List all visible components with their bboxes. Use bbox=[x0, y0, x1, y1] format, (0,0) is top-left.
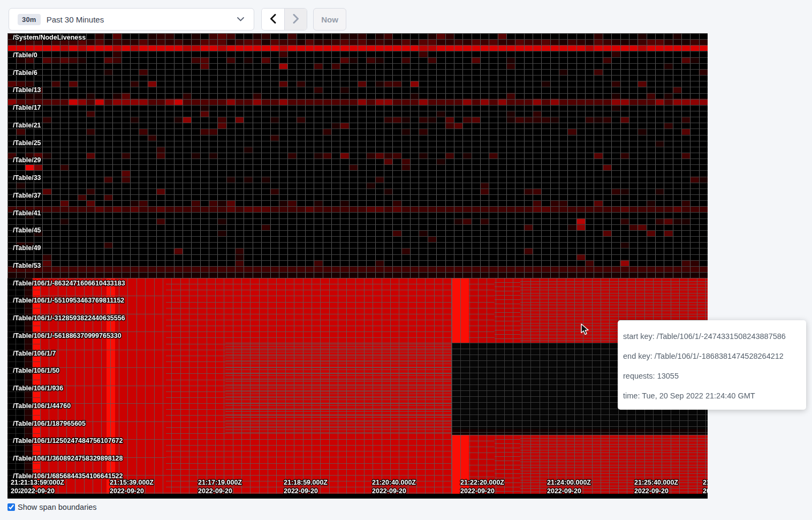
time-range-label: Past 30 Minutes bbox=[47, 15, 104, 24]
range-tooltip: start key: /Table/106/1/-247433150824388… bbox=[618, 320, 806, 410]
show-span-boundaries-checkbox[interactable] bbox=[7, 503, 15, 511]
chevron-down-icon bbox=[237, 17, 244, 21]
next-time-button[interactable] bbox=[284, 9, 307, 30]
prev-time-button[interactable] bbox=[262, 9, 284, 30]
tooltip-end-key: end key: /Table/106/1/-18683814745282642… bbox=[623, 352, 801, 360]
now-button[interactable]: Now bbox=[313, 8, 346, 31]
tooltip-requests: requests: 13055 bbox=[623, 372, 801, 380]
time-range-dropdown[interactable]: 30m Past 30 Minutes bbox=[9, 8, 254, 31]
tooltip-time: time: Tue, 20 Sep 2022 21:24:40 GMT bbox=[623, 391, 801, 400]
show-span-boundaries-label: Show span boundaries bbox=[18, 503, 97, 511]
time-range-badge: 30m bbox=[18, 14, 41, 25]
chevron-right-icon bbox=[293, 14, 299, 25]
chevron-left-icon bbox=[270, 14, 276, 25]
tooltip-start-key: start key: /Table/106/1/-247433150824388… bbox=[623, 332, 801, 341]
key-visualizer-heatmap[interactable] bbox=[7, 33, 708, 499]
span-boundaries-row: Show span boundaries bbox=[7, 503, 97, 511]
time-nav-group bbox=[261, 8, 307, 31]
